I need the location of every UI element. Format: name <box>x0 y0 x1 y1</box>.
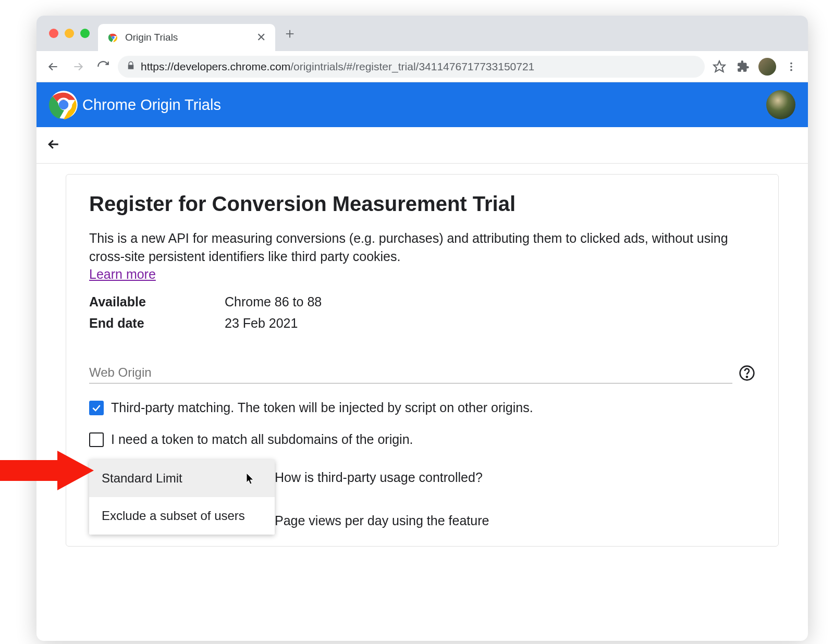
menu-icon[interactable] <box>781 56 802 77</box>
forward-button[interactable] <box>68 56 89 77</box>
maximize-window-icon[interactable] <box>80 29 90 38</box>
profile-avatar[interactable] <box>757 56 778 77</box>
svg-point-4 <box>790 66 792 68</box>
help-icon[interactable] <box>739 365 755 383</box>
reload-button[interactable] <box>93 56 114 77</box>
chrome-favicon-icon <box>107 32 119 43</box>
subdomains-checkbox[interactable] <box>89 432 104 447</box>
back-button[interactable] <box>43 56 64 77</box>
third-party-checkbox[interactable] <box>89 401 104 415</box>
svg-point-10 <box>746 376 747 377</box>
svg-marker-2 <box>714 61 725 72</box>
available-value: Chrome 86 to 88 <box>225 294 322 309</box>
tab-bar: Origin Trials ✕ ＋ <box>36 16 808 51</box>
url-text: https://developers.chrome.com/origintria… <box>141 60 534 73</box>
web-origin-input[interactable]: Web Origin <box>89 362 732 383</box>
window-controls <box>45 29 98 38</box>
callout-arrow-icon <box>0 451 94 490</box>
omnibox[interactable]: https://developers.chrome.com/origintria… <box>118 56 705 78</box>
page-title: Register for Conversion Measurement Tria… <box>89 192 755 216</box>
app-header: Chrome Origin Trials <box>36 82 808 127</box>
browser-tab[interactable]: Origin Trials ✕ <box>98 24 275 51</box>
subheader <box>36 127 808 164</box>
end-date-value: 23 Feb 2021 <box>225 316 298 331</box>
available-label: Available <box>89 294 225 309</box>
close-tab-icon[interactable]: ✕ <box>256 31 266 44</box>
svg-point-5 <box>790 69 792 71</box>
new-tab-button[interactable]: ＋ <box>279 23 300 44</box>
usage-question: How is third-party usage controlled? <box>275 470 483 485</box>
minimize-window-icon[interactable] <box>65 29 74 38</box>
registration-card: Register for Conversion Measurement Tria… <box>66 174 779 547</box>
trial-description: This is a new API for measuring conversi… <box>89 229 755 266</box>
third-party-label: Third-party matching. The token will be … <box>111 400 533 415</box>
subdomains-checkbox-row[interactable]: I need a token to match all subdomains o… <box>89 432 755 447</box>
address-bar: https://developers.chrome.com/origintria… <box>36 51 808 82</box>
learn-more-link[interactable]: Learn more <box>89 267 156 282</box>
url-path: /origintrials/#/register_trial/341147671… <box>290 60 534 72</box>
subdomains-label: I need a token to match all subdomains o… <box>111 432 413 447</box>
tab-title: Origin Trials <box>125 32 250 43</box>
chrome-logo-icon <box>49 90 78 119</box>
extensions-icon[interactable] <box>733 56 754 77</box>
bookmark-star-icon[interactable] <box>709 56 730 77</box>
third-party-checkbox-row[interactable]: Third-party matching. The token will be … <box>89 400 755 415</box>
cursor-icon <box>246 472 255 485</box>
close-window-icon[interactable] <box>49 29 58 38</box>
svg-marker-0 <box>0 451 94 490</box>
dropdown-option-exclude[interactable]: Exclude a subset of users <box>89 497 275 535</box>
lock-icon <box>126 60 136 73</box>
svg-point-3 <box>790 62 792 64</box>
browser-window: Origin Trials ✕ ＋ https://developers.chr… <box>36 16 808 641</box>
page-views-label: Page views per day using the feature <box>275 513 489 528</box>
app-title: Chrome Origin Trials <box>82 96 221 114</box>
page-back-button[interactable] <box>46 137 62 154</box>
url-host: https://developers.chrome.com <box>141 60 290 72</box>
end-date-label: End date <box>89 316 225 331</box>
user-avatar[interactable] <box>766 90 795 119</box>
usage-limit-dropdown: Standard Limit Exclude a subset of users <box>89 460 275 535</box>
